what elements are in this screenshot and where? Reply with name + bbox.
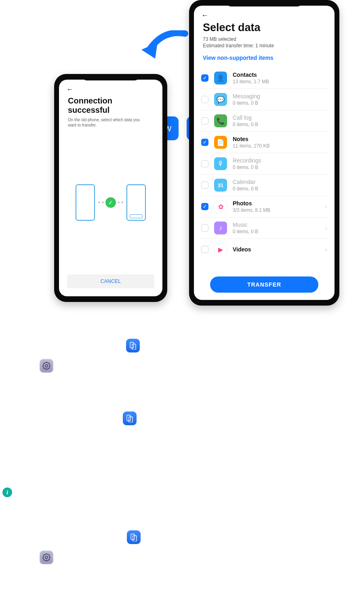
checkbox[interactable] [201, 96, 208, 103]
settings-icon [40, 359, 53, 373]
calendar-icon: 31 [214, 179, 227, 192]
cancel-button[interactable]: CANCEL [67, 274, 154, 288]
row-title: Notes [233, 136, 327, 142]
checkbox[interactable]: ✓ [201, 139, 208, 146]
phone-outline-icon [76, 184, 95, 221]
svg-point-4 [45, 365, 48, 367]
phone-outline-icon [126, 184, 146, 221]
phone-clone-icon [126, 339, 140, 352]
recordings-icon: 🎙 [214, 157, 227, 170]
checkbox[interactable] [201, 246, 208, 253]
back-icon[interactable]: ← [59, 80, 162, 94]
row-title: Recordings [233, 157, 327, 164]
checkbox[interactable]: ✓ [201, 74, 208, 82]
messaging-icon: 💬 [214, 93, 227, 106]
new-phone-frame: ← Connection successful On the old phone… [54, 74, 167, 302]
data-row-messaging[interactable]: 💬Messaging0 items, 0 B [200, 89, 329, 110]
svg-line-12 [49, 363, 50, 364]
transfer-arrow-icon [141, 30, 189, 67]
row-subtitle: 0 items, 0 B [233, 122, 327, 127]
svg-line-23 [44, 555, 44, 555]
selected-size-label: 73 MB selected [203, 36, 326, 43]
checkbox[interactable]: ✓ [201, 203, 208, 210]
row-title: Calendar [233, 179, 327, 185]
checkbox[interactable] [201, 160, 208, 167]
row-title: Videos [233, 246, 320, 253]
row-subtitle: 13 items, 1.7 MB [233, 79, 327, 84]
row-title: Music [233, 222, 320, 228]
settings-icon [40, 551, 53, 564]
connection-subtitle: On the old phone, select which data you … [68, 117, 149, 128]
checkbox[interactable] [201, 181, 208, 189]
connection-illustration: ✓ [59, 130, 162, 274]
connection-title: Connection successful [68, 96, 154, 115]
row-title: Photos [233, 200, 320, 207]
row-subtitle: 11 items, 270 KB [233, 143, 327, 149]
data-row-notes[interactable]: ✓📄Notes11 items, 270 KB [200, 132, 329, 153]
svg-line-26 [49, 555, 50, 555]
row-subtitle: 0 items, 0 B [233, 186, 327, 192]
row-title: Contacts [233, 72, 327, 78]
data-row-calendar[interactable]: 31Calendar0 items, 0 B [200, 175, 329, 196]
row-subtitle: 0 items, 0 B [233, 100, 327, 106]
row-title: Messaging [233, 93, 327, 99]
data-row-call-log[interactable]: 📞Call log0 items, 0 B [200, 110, 329, 132]
back-icon[interactable]: ← [194, 6, 335, 20]
info-icon: i [2, 487, 12, 497]
call-log-icon: 📞 [214, 114, 227, 127]
select-data-title: Select data [203, 21, 326, 34]
row-title: Call log [233, 114, 327, 121]
svg-line-9 [44, 363, 44, 364]
phone-clone-icon [123, 411, 137, 425]
data-row-contacts[interactable]: ✓👤Contacts13 items, 1.7 MB [200, 68, 329, 89]
data-row-videos[interactable]: ▶Videos› [200, 239, 329, 260]
transfer-button[interactable]: TRANSFER [210, 276, 318, 293]
row-subtitle: 0 items, 0 B [233, 229, 320, 234]
svg-line-10 [49, 368, 50, 369]
videos-icon: ▶ [214, 243, 227, 256]
non-supported-link[interactable]: View non-supported items [203, 55, 326, 61]
contacts-icon: 👤 [214, 72, 227, 84]
row-subtitle: 0 items, 0 B [233, 165, 327, 170]
photos-icon: ✿ [214, 200, 227, 213]
phone-clone-icon [127, 530, 141, 544]
checkbox[interactable] [201, 117, 208, 124]
data-row-music[interactable]: ♪Music0 items, 0 B› [200, 217, 329, 239]
eta-label: Estimated transfer time: 1 minute [203, 43, 326, 49]
success-check-icon: ✓ [105, 197, 116, 208]
row-subtitle: 3/3 items, 8.1 MB [233, 207, 320, 213]
svg-line-25 [44, 560, 44, 561]
checkbox[interactable] [201, 224, 208, 232]
chevron-right-icon: › [325, 225, 327, 231]
chevron-right-icon: › [325, 246, 327, 253]
svg-line-11 [44, 368, 44, 369]
svg-point-18 [45, 556, 48, 559]
data-row-recordings[interactable]: 🎙Recordings0 items, 0 B [200, 153, 329, 175]
notes-icon: 📄 [214, 136, 227, 149]
music-icon: ♪ [214, 222, 227, 234]
data-row-photos[interactable]: ✓✿Photos3/3 items, 8.1 MB› [200, 196, 329, 217]
old-phone-frame: ← Select data 73 MB selected Estimated t… [189, 0, 339, 306]
svg-line-24 [49, 560, 50, 561]
chevron-right-icon: › [325, 203, 327, 210]
